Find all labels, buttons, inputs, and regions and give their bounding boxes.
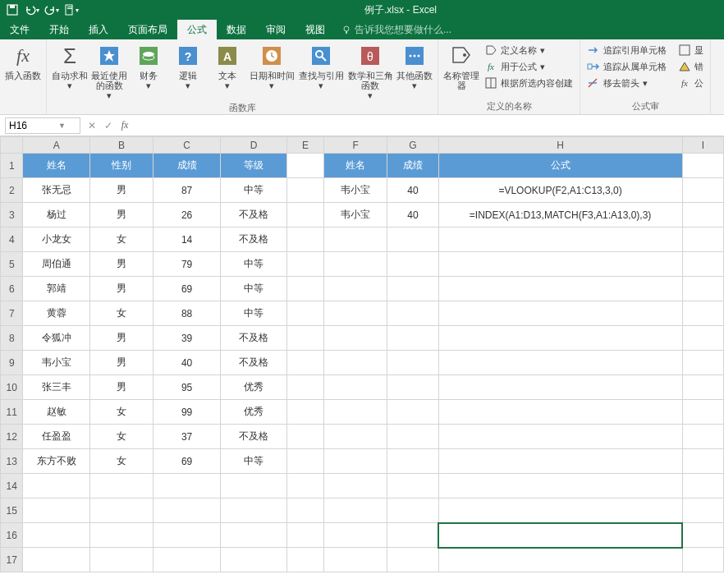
cell-H1[interactable]: 公式 [438, 154, 682, 178]
cell-A5[interactable]: 周伯通 [23, 252, 89, 277]
cell-A7[interactable]: 黄蓉 [23, 301, 89, 326]
financial-button[interactable]: 财务▾ [131, 43, 167, 90]
remove-arrows-button[interactable]: 移去箭头 ▾ [585, 76, 668, 90]
cell-D17[interactable] [220, 548, 286, 572]
datetime-button[interactable]: 日期和时间▾ [249, 43, 295, 90]
cell-A16[interactable] [23, 523, 89, 548]
cell-G17[interactable] [387, 548, 438, 572]
col-header-C[interactable]: C [154, 137, 220, 154]
cell-D8[interactable]: 不及格 [220, 326, 286, 351]
cell-F15[interactable] [323, 498, 387, 523]
cell-A15[interactable] [23, 498, 89, 523]
cell-C2[interactable]: 87 [154, 178, 220, 203]
cell-F1[interactable]: 姓名 [323, 154, 387, 178]
row-header-4[interactable]: 4 [1, 227, 23, 252]
cell-F14[interactable] [323, 474, 387, 498]
row-header-5[interactable]: 5 [1, 252, 23, 277]
cell-G13[interactable] [387, 449, 438, 474]
row-header-7[interactable]: 7 [1, 301, 23, 326]
cell-B10[interactable]: 男 [89, 375, 154, 400]
lookup-button[interactable]: 查找与引用▾ [298, 43, 344, 90]
cell-D12[interactable]: 不及格 [220, 425, 286, 449]
evaluate-formula-button[interactable]: fx公 [676, 76, 705, 90]
cell-E12[interactable] [287, 425, 324, 449]
cell-I16[interactable] [682, 523, 723, 548]
cell-D14[interactable] [220, 474, 286, 498]
tab-公式[interactable]: 公式 [177, 20, 217, 39]
cell-C5[interactable]: 79 [154, 252, 220, 277]
cell-E9[interactable] [287, 351, 324, 375]
cell-H12[interactable] [438, 425, 682, 449]
cell-F2[interactable]: 韦小宝 [323, 178, 387, 203]
cell-E14[interactable] [287, 474, 324, 498]
cell-E16[interactable] [287, 523, 324, 548]
cell-C14[interactable] [154, 474, 220, 498]
col-header-F[interactable]: F [323, 137, 387, 154]
row-header-11[interactable]: 11 [1, 400, 23, 425]
cell-D15[interactable] [220, 498, 286, 523]
row-header-14[interactable]: 14 [1, 474, 23, 498]
cell-H3[interactable]: =INDEX(A1:D13,MATCH(F3,A1:A13,0),3) [438, 203, 682, 227]
cell-D9[interactable]: 不及格 [220, 351, 286, 375]
cell-B14[interactable] [89, 474, 154, 498]
cell-B17[interactable] [89, 548, 154, 572]
cell-C8[interactable]: 39 [154, 326, 220, 351]
math-button[interactable]: θ数学和三角函数▾ [347, 43, 393, 100]
cell-E1[interactable] [287, 154, 324, 178]
create-from-selection-button[interactable]: 根据所选内容创建 [483, 76, 575, 90]
cell-D1[interactable]: 等级 [220, 154, 286, 178]
cell-A14[interactable] [23, 474, 89, 498]
cell-B6[interactable]: 男 [89, 277, 154, 301]
cell-F4[interactable] [323, 227, 387, 252]
autosum-button[interactable]: Σ自动求和▾ [52, 43, 88, 90]
col-header-A[interactable]: A [23, 137, 89, 154]
cell-G15[interactable] [387, 498, 438, 523]
row-header-3[interactable]: 3 [1, 203, 23, 227]
cell-A3[interactable]: 杨过 [23, 203, 89, 227]
row-header-17[interactable]: 17 [1, 548, 23, 572]
cell-A6[interactable]: 郭靖 [23, 277, 89, 301]
cell-D11[interactable]: 优秀 [220, 400, 286, 425]
cell-D7[interactable]: 中等 [220, 301, 286, 326]
cell-C3[interactable]: 26 [154, 203, 220, 227]
cell-G4[interactable] [387, 227, 438, 252]
error-check-button[interactable]: 错 [676, 59, 705, 74]
cell-I4[interactable] [682, 227, 723, 252]
tab-插入[interactable]: 插入 [79, 20, 118, 39]
cell-C9[interactable]: 40 [154, 351, 220, 375]
undo-button[interactable]: ▾ [23, 1, 41, 19]
cell-B7[interactable]: 女 [89, 301, 154, 326]
cell-D6[interactable]: 中等 [220, 277, 286, 301]
name-box[interactable]: ▼ [5, 117, 80, 134]
col-header-G[interactable]: G [387, 137, 438, 154]
cell-E17[interactable] [287, 548, 324, 572]
cell-I15[interactable] [682, 498, 723, 523]
cell-C16[interactable] [154, 523, 220, 548]
cell-G16[interactable] [387, 523, 438, 548]
row-header-15[interactable]: 15 [1, 498, 23, 523]
cell-G14[interactable] [387, 474, 438, 498]
cell-E5[interactable] [287, 252, 324, 277]
cell-H11[interactable] [438, 400, 682, 425]
row-header-1[interactable]: 1 [1, 154, 23, 178]
show-formulas-button[interactable]: 显 [676, 43, 705, 57]
tab-数据[interactable]: 数据 [217, 20, 256, 39]
tab-视图[interactable]: 视图 [296, 20, 335, 39]
cell-H8[interactable] [438, 326, 682, 351]
cell-D3[interactable]: 不及格 [220, 203, 286, 227]
cell-H14[interactable] [438, 474, 682, 498]
cell-G3[interactable]: 40 [387, 203, 438, 227]
col-header-I[interactable]: I [682, 137, 723, 154]
insert-function-button[interactable]: fx 插入函数 [5, 43, 41, 80]
cell-C13[interactable]: 69 [154, 449, 220, 474]
cell-H6[interactable] [438, 277, 682, 301]
row-header-12[interactable]: 12 [1, 425, 23, 449]
cell-G7[interactable] [387, 301, 438, 326]
cell-F5[interactable] [323, 252, 387, 277]
cell-C17[interactable] [154, 548, 220, 572]
new-button[interactable]: ▾ [62, 1, 80, 19]
cancel-formula-button[interactable]: ✕ [84, 120, 100, 131]
tab-文件[interactable]: 文件 [0, 20, 39, 39]
cell-E2[interactable] [287, 178, 324, 203]
cell-I6[interactable] [682, 277, 723, 301]
